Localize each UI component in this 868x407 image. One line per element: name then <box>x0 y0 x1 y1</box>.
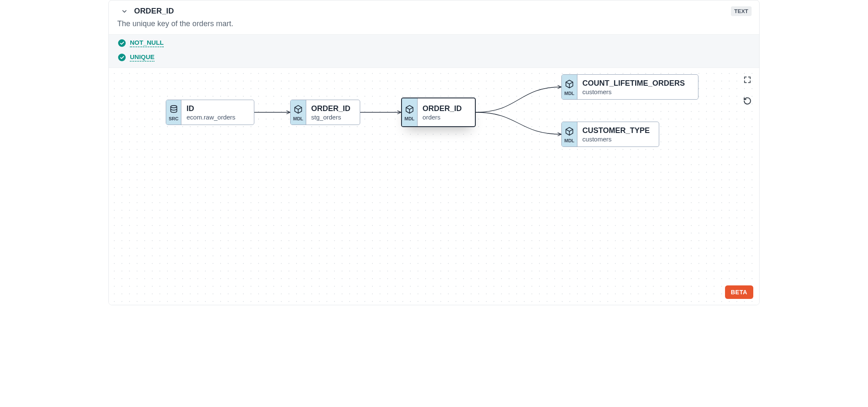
chevron-down-icon[interactable] <box>121 8 128 15</box>
cube-icon <box>405 105 414 116</box>
node-subtitle: ecom.raw_orders <box>186 114 235 121</box>
node-title: COUNT_LIFETIME_ORDERS <box>582 79 685 88</box>
node-title: ORDER_ID <box>311 104 350 113</box>
cube-icon <box>565 79 574 90</box>
node-body: ORDER_IDorders <box>418 98 468 126</box>
column-description: The unique key of the orders mart. <box>109 19 759 34</box>
database-icon <box>169 105 178 116</box>
node-subtitle: customers <box>582 136 650 143</box>
refresh-button[interactable] <box>741 95 753 107</box>
test-name: UNIQUE <box>130 53 154 62</box>
svg-point-0 <box>170 105 177 108</box>
cube-icon <box>565 127 574 138</box>
node-body: IDecom.raw_orders <box>181 100 241 125</box>
node-body: CUSTOMER_TYPEcustomers <box>577 122 656 147</box>
node-tag: MDL <box>562 122 577 147</box>
cube-icon <box>294 105 303 116</box>
test-item[interactable]: NOT_NULL <box>118 39 750 47</box>
tests-bar: NOT_NULL UNIQUE <box>109 34 759 68</box>
check-circle-icon <box>118 54 126 61</box>
test-item[interactable]: UNIQUE <box>118 53 750 62</box>
node-tag-text: MDL <box>293 116 303 121</box>
node-title: CUSTOMER_TYPE <box>582 126 650 135</box>
canvas-toolbar <box>741 74 753 107</box>
column-type-badge: TEXT <box>731 6 752 16</box>
lineage-node[interactable]: MDLORDER_IDstg_orders <box>290 100 360 125</box>
node-title: ORDER_ID <box>423 104 462 113</box>
node-tag: MDL <box>291 100 306 125</box>
node-subtitle: orders <box>423 114 462 121</box>
header-row: ORDER_ID TEXT <box>109 0 759 19</box>
node-body: ORDER_IDstg_orders <box>306 100 356 125</box>
node-tag: MDL <box>562 75 577 99</box>
node-subtitle: stg_orders <box>311 114 350 121</box>
fullscreen-button[interactable] <box>741 74 753 86</box>
beta-badge: BETA <box>725 285 753 299</box>
lineage-node[interactable]: MDLCUSTOMER_TYPEcustomers <box>561 122 659 147</box>
test-name: NOT_NULL <box>130 39 164 47</box>
lineage-canvas[interactable]: SRCIDecom.raw_ordersMDLORDER_IDstg_order… <box>109 68 759 305</box>
node-title: ID <box>186 104 235 113</box>
node-tag-text: MDL <box>564 138 574 143</box>
column-title: ORDER_ID <box>134 7 725 16</box>
node-tag: MDL <box>402 98 418 126</box>
node-body: COUNT_LIFETIME_ORDERScustomers <box>577 75 691 99</box>
node-tag-text: MDL <box>404 116 415 121</box>
node-tag-text: SRC <box>169 116 178 121</box>
node-subtitle: customers <box>582 88 685 95</box>
lineage-node[interactable]: MDLCOUNT_LIFETIME_ORDERScustomers <box>561 74 698 100</box>
column-details-panel: ORDER_ID TEXT The unique key of the orde… <box>108 0 760 305</box>
lineage-node[interactable]: SRCIDecom.raw_orders <box>166 100 254 125</box>
lineage-node[interactable]: MDLORDER_IDorders <box>401 98 476 127</box>
node-tag-text: MDL <box>564 91 574 96</box>
node-tag: SRC <box>166 100 181 125</box>
check-circle-icon <box>118 39 126 47</box>
